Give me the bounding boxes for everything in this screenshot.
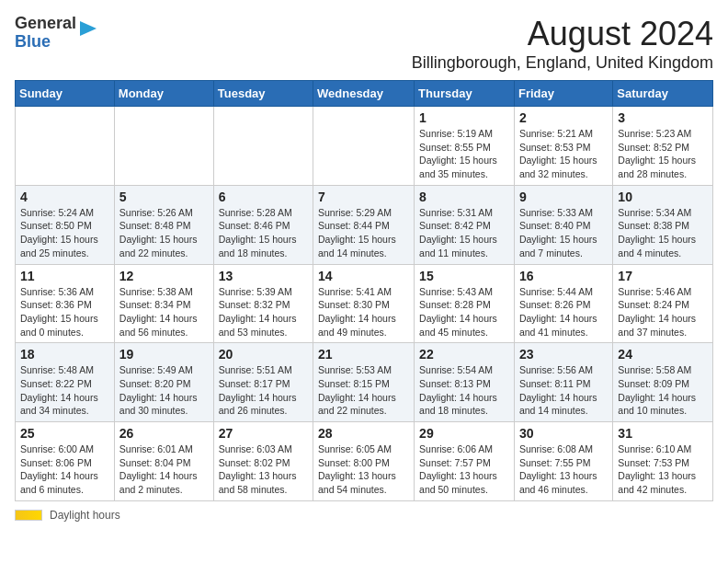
day-header-monday: Monday [114, 81, 213, 107]
calendar-cell: 15Sunrise: 5:43 AM Sunset: 8:28 PM Dayli… [415, 264, 515, 343]
day-number: 30 [519, 426, 608, 441]
day-number: 11 [20, 269, 109, 283]
calendar-cell: 20Sunrise: 5:51 AM Sunset: 8:17 PM Dayli… [213, 343, 313, 422]
day-number: 15 [419, 269, 509, 283]
day-info: Sunrise: 6:10 AM Sunset: 7:53 PM Dayligh… [618, 442, 708, 497]
logo-blue: Blue [15, 33, 76, 52]
calendar-cell: 18Sunrise: 5:48 AM Sunset: 8:22 PM Dayli… [16, 343, 115, 422]
day-info: Sunrise: 6:08 AM Sunset: 7:55 PM Dayligh… [519, 442, 608, 497]
calendar-cell [114, 107, 213, 186]
week-row-5: 25Sunrise: 6:00 AM Sunset: 8:06 PM Dayli… [16, 422, 713, 501]
day-number: 12 [119, 269, 209, 283]
day-info: Sunrise: 5:51 AM Sunset: 8:17 PM Dayligh… [219, 363, 308, 418]
day-header-saturday: Saturday [613, 81, 713, 107]
calendar-cell: 24Sunrise: 5:58 AM Sunset: 8:09 PM Dayli… [613, 343, 713, 422]
day-number: 27 [219, 426, 308, 441]
days-header-row: SundayMondayTuesdayWednesdayThursdayFrid… [16, 81, 713, 107]
page-header: General Blue August 2024 Billingborough,… [15, 15, 713, 73]
calendar-cell: 4Sunrise: 5:24 AM Sunset: 8:50 PM Daylig… [16, 185, 115, 264]
calendar-cell: 21Sunrise: 5:53 AM Sunset: 8:15 PM Dayli… [313, 343, 415, 422]
calendar-cell: 13Sunrise: 5:39 AM Sunset: 8:32 PM Dayli… [213, 264, 313, 343]
day-number: 29 [419, 426, 509, 441]
day-number: 20 [219, 347, 308, 362]
day-number: 3 [618, 110, 708, 125]
day-number: 16 [519, 269, 608, 283]
day-info: Sunrise: 5:34 AM Sunset: 8:38 PM Dayligh… [618, 206, 708, 260]
day-info: Sunrise: 6:05 AM Sunset: 8:00 PM Dayligh… [318, 442, 409, 497]
day-info: Sunrise: 5:33 AM Sunset: 8:40 PM Dayligh… [519, 206, 608, 260]
day-header-tuesday: Tuesday [213, 81, 313, 107]
day-number: 28 [318, 426, 409, 441]
calendar-cell: 8Sunrise: 5:31 AM Sunset: 8:42 PM Daylig… [415, 185, 515, 264]
svg-marker-0 [80, 21, 97, 36]
day-info: Sunrise: 5:39 AM Sunset: 8:32 PM Dayligh… [219, 285, 308, 339]
day-info: Sunrise: 6:06 AM Sunset: 7:57 PM Dayligh… [419, 442, 509, 497]
week-row-1: 1Sunrise: 5:19 AM Sunset: 8:55 PM Daylig… [16, 107, 713, 186]
week-row-2: 4Sunrise: 5:24 AM Sunset: 8:50 PM Daylig… [16, 185, 713, 264]
day-info: Sunrise: 5:36 AM Sunset: 8:36 PM Dayligh… [20, 285, 109, 339]
calendar-cell: 14Sunrise: 5:41 AM Sunset: 8:30 PM Dayli… [313, 264, 415, 343]
logo-general: General [15, 15, 76, 33]
calendar-cell: 30Sunrise: 6:08 AM Sunset: 7:55 PM Dayli… [514, 422, 612, 501]
day-number: 9 [519, 190, 608, 204]
calendar-cell: 25Sunrise: 6:00 AM Sunset: 8:06 PM Dayli… [16, 422, 115, 501]
calendar-cell: 27Sunrise: 6:03 AM Sunset: 8:02 PM Dayli… [213, 422, 313, 501]
day-info: Sunrise: 5:28 AM Sunset: 8:46 PM Dayligh… [219, 206, 308, 260]
calendar-header: SundayMondayTuesdayWednesdayThursdayFrid… [16, 81, 713, 107]
day-number: 13 [219, 269, 308, 283]
calendar-cell: 5Sunrise: 5:26 AM Sunset: 8:48 PM Daylig… [114, 185, 213, 264]
day-info: Sunrise: 6:03 AM Sunset: 8:02 PM Dayligh… [219, 442, 308, 497]
calendar-cell: 6Sunrise: 5:28 AM Sunset: 8:46 PM Daylig… [213, 185, 313, 264]
day-header-thursday: Thursday [415, 81, 515, 107]
day-number: 23 [519, 347, 608, 362]
day-info: Sunrise: 5:19 AM Sunset: 8:55 PM Dayligh… [419, 127, 509, 181]
week-row-4: 18Sunrise: 5:48 AM Sunset: 8:22 PM Dayli… [16, 343, 713, 422]
calendar-cell: 29Sunrise: 6:06 AM Sunset: 7:57 PM Dayli… [415, 422, 515, 501]
calendar-body: 1Sunrise: 5:19 AM Sunset: 8:55 PM Daylig… [16, 107, 713, 501]
calendar-cell: 10Sunrise: 5:34 AM Sunset: 8:38 PM Dayli… [613, 185, 713, 264]
day-info: Sunrise: 5:49 AM Sunset: 8:20 PM Dayligh… [119, 363, 209, 418]
calendar-cell [213, 107, 313, 186]
day-info: Sunrise: 5:38 AM Sunset: 8:34 PM Dayligh… [119, 285, 209, 339]
logo-arrow-icon [80, 19, 97, 38]
day-number: 24 [618, 347, 708, 362]
day-number: 5 [119, 190, 209, 204]
day-info: Sunrise: 6:00 AM Sunset: 8:06 PM Dayligh… [20, 442, 109, 497]
day-info: Sunrise: 5:54 AM Sunset: 8:13 PM Dayligh… [419, 363, 509, 418]
calendar-cell: 17Sunrise: 5:46 AM Sunset: 8:24 PM Dayli… [613, 264, 713, 343]
day-info: Sunrise: 5:31 AM Sunset: 8:42 PM Dayligh… [419, 206, 509, 260]
calendar-cell: 28Sunrise: 6:05 AM Sunset: 8:00 PM Dayli… [313, 422, 415, 501]
day-number: 17 [618, 269, 708, 283]
day-info: Sunrise: 5:43 AM Sunset: 8:28 PM Dayligh… [419, 285, 509, 339]
day-number: 1 [419, 110, 509, 125]
day-info: Sunrise: 5:26 AM Sunset: 8:48 PM Dayligh… [119, 206, 209, 260]
calendar-cell: 22Sunrise: 5:54 AM Sunset: 8:13 PM Dayli… [415, 343, 515, 422]
calendar-table: SundayMondayTuesdayWednesdayThursdayFrid… [15, 80, 713, 501]
calendar-cell: 31Sunrise: 6:10 AM Sunset: 7:53 PM Dayli… [613, 422, 713, 501]
calendar-cell: 26Sunrise: 6:01 AM Sunset: 8:04 PM Dayli… [114, 422, 213, 501]
calendar-cell: 23Sunrise: 5:56 AM Sunset: 8:11 PM Dayli… [514, 343, 612, 422]
footer: Daylight hours [15, 509, 713, 522]
day-info: Sunrise: 6:01 AM Sunset: 8:04 PM Dayligh… [119, 442, 209, 497]
day-info: Sunrise: 5:58 AM Sunset: 8:09 PM Dayligh… [618, 363, 708, 418]
day-number: 10 [618, 190, 708, 204]
week-row-3: 11Sunrise: 5:36 AM Sunset: 8:36 PM Dayli… [16, 264, 713, 343]
calendar-cell: 2Sunrise: 5:21 AM Sunset: 8:53 PM Daylig… [514, 107, 612, 186]
day-number: 4 [20, 190, 109, 204]
day-info: Sunrise: 5:46 AM Sunset: 8:24 PM Dayligh… [618, 285, 708, 339]
day-info: Sunrise: 5:44 AM Sunset: 8:26 PM Dayligh… [519, 285, 608, 339]
day-info: Sunrise: 5:53 AM Sunset: 8:15 PM Dayligh… [318, 363, 409, 418]
daylight-bar-icon [15, 510, 42, 521]
day-number: 6 [219, 190, 308, 204]
calendar-cell: 16Sunrise: 5:44 AM Sunset: 8:26 PM Dayli… [514, 264, 612, 343]
title-block: August 2024 Billingborough, England, Uni… [412, 15, 713, 73]
day-number: 14 [318, 269, 409, 283]
day-number: 19 [119, 347, 209, 362]
daylight-label: Daylight hours [50, 509, 120, 522]
day-info: Sunrise: 5:41 AM Sunset: 8:30 PM Dayligh… [318, 285, 409, 339]
day-number: 26 [119, 426, 209, 441]
logo-text: General Blue [15, 15, 97, 52]
day-number: 18 [20, 347, 109, 362]
logo: General Blue [15, 15, 97, 52]
day-number: 25 [20, 426, 109, 441]
